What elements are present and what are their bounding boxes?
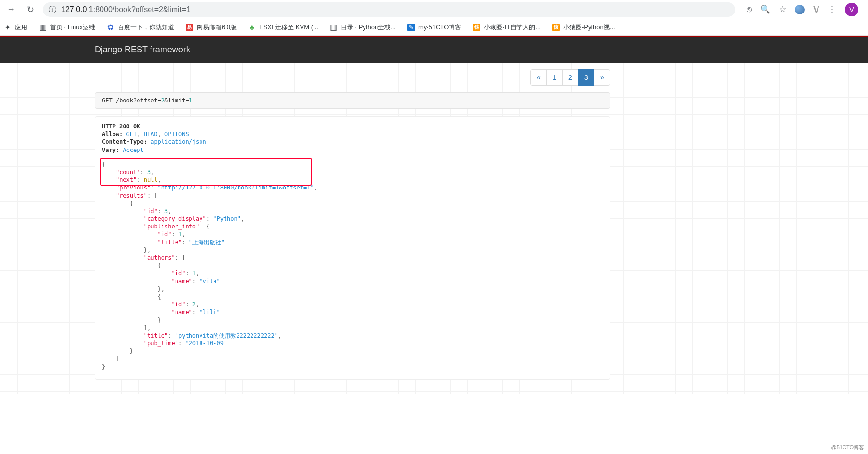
book-icon: ▥	[330, 24, 338, 31]
translate-icon[interactable]: ⎋	[747, 5, 752, 14]
k-book-title: "title"	[144, 332, 168, 339]
forward-arrow-icon[interactable]: →	[4, 2, 18, 16]
page-1[interactable]: 1	[546, 69, 563, 86]
v-category-display: "Python"	[213, 215, 241, 222]
pagination: « 1 2 3 »	[531, 69, 610, 86]
v-book-title: "pythonvita的使用教22222222222"	[175, 332, 278, 339]
request-method: GET	[102, 97, 113, 104]
drf-navbar: Django REST framework	[0, 37, 868, 63]
address-bar[interactable]: i 127.0.0.1:8000/book?offset=2&limit=1	[43, 2, 735, 17]
grid-background: « 1 2 3 » GET /book?offset=2&limit=1 HTT…	[0, 63, 868, 394]
navbar-brand[interactable]: Django REST framework	[95, 45, 190, 55]
ct-val: application/json	[151, 139, 206, 145]
v-pub-time: "2018-10-09"	[185, 340, 227, 347]
bookmark-label: my-51CTO博客	[418, 23, 461, 32]
xyq-icon: 猿	[473, 24, 480, 31]
bookmark-esxi[interactable]: ♣ ESXI 迁移至 KVM (...	[248, 23, 318, 32]
baidu-icon: ✿	[107, 24, 114, 31]
k-a2-id: "id"	[172, 301, 186, 308]
bookmark-apps[interactable]: ✦ 应用	[4, 23, 27, 32]
site-info-icon[interactable]: i	[49, 6, 56, 13]
browser-toolbar: → ↻ i 127.0.0.1:8000/book?offset=2&limit…	[0, 0, 868, 19]
profile-avatar[interactable]: V	[845, 3, 858, 16]
request-box: GET /book?offset=2&limit=1	[95, 92, 610, 109]
bookmark-163[interactable]: 易 网易邮箱6.0版	[186, 23, 237, 32]
request-limit: 1	[189, 97, 192, 104]
bookmark-xyq2[interactable]: 猿 小猿圈-Python视...	[552, 23, 615, 32]
allow-key: Allow:	[102, 131, 123, 138]
v-a1-id: 1	[192, 270, 196, 277]
k-publisher-info: "publisher_info"	[144, 223, 200, 230]
bookmark-label: 网易邮箱6.0版	[197, 23, 237, 32]
pagination-wrap: « 1 2 3 »	[95, 69, 610, 86]
k-pub-title: "title"	[158, 239, 182, 246]
bookmark-label: ESXI 迁移至 KVM (...	[259, 23, 318, 32]
zoom-icon[interactable]: 🔍	[760, 4, 770, 14]
ct-key: Content-Type:	[102, 139, 147, 145]
allow-options: OPTIONS	[164, 131, 189, 138]
page-next[interactable]: »	[594, 69, 610, 86]
content-type-line: Content-Type: application/json	[102, 138, 603, 146]
toolbar-right: ⎋ 🔍 ☆ V ⋮ V	[741, 3, 864, 16]
v-a2-name: "lili"	[199, 309, 220, 315]
response-area: HTTP 200 OK Allow: GET, HEAD, OPTIONS Co…	[95, 116, 610, 380]
page-2[interactable]: 2	[562, 69, 579, 86]
star-icon[interactable]: ☆	[779, 4, 786, 14]
xyq-icon: 猿	[552, 24, 560, 31]
drf-container: « 1 2 3 » GET /book?offset=2&limit=1 HTT…	[95, 63, 610, 380]
allow-head: HEAD	[144, 131, 158, 138]
bookmark-label: 目录 · Python全栈...	[341, 23, 396, 32]
bookmark-51cto[interactable]: ✎ my-51CTO博客	[407, 23, 461, 32]
v-a2-id: 2	[192, 301, 196, 308]
apps-folder-icon: ✦	[4, 24, 12, 31]
page-3-active[interactable]: 3	[578, 69, 594, 86]
k-id: "id"	[144, 208, 158, 214]
url-path: /book?offset=2&limit=1	[113, 5, 190, 13]
k-previous: "previous"	[116, 184, 151, 191]
extension-globe-icon[interactable]	[795, 5, 805, 14]
v-next: null	[144, 177, 158, 183]
bookmark-label: 百度一下，你就知道	[118, 23, 174, 32]
vary-line: Vary: Accept	[102, 146, 603, 154]
reload-icon[interactable]: ↻	[24, 2, 37, 17]
k-next: "next"	[116, 177, 137, 183]
bookmark-baidu[interactable]: ✿ 百度一下，你就知道	[107, 23, 174, 32]
bookmark-xyq1[interactable]: 猿 小猿圈-IT自学人的...	[473, 23, 541, 32]
bookmark-label: 首页 · Linux运维	[50, 23, 95, 32]
bookmark-linux[interactable]: ▥ 首页 · Linux运维	[39, 23, 95, 32]
k-pub-time: "pub_time"	[144, 340, 178, 347]
bookmark-python[interactable]: ▥ 目录 · Python全栈...	[330, 23, 396, 32]
page-prev[interactable]: «	[530, 69, 547, 86]
bookmark-label: 小猿圈-IT自学人的...	[484, 23, 541, 32]
vary-val: Accept	[123, 147, 143, 153]
request-path: /book?offset=	[113, 97, 161, 104]
allow-get: GET	[126, 131, 137, 138]
extension-v-icon[interactable]: V	[813, 4, 819, 15]
url-text: 127.0.0.1:8000/book?offset=2&limit=1	[61, 5, 190, 14]
bookmark-label: 小猿圈-Python视...	[563, 23, 615, 32]
bookmark-label: 应用	[15, 23, 27, 32]
json-body: { "count": 3, "next": null, "previous": …	[102, 161, 603, 371]
k-a1-name: "name"	[172, 278, 192, 285]
k-results: "results"	[116, 192, 147, 199]
request-offset: 2	[161, 97, 164, 104]
k-pub-id: "id"	[158, 231, 172, 238]
vary-key: Vary:	[102, 147, 119, 153]
cto-icon: ✎	[407, 24, 415, 31]
k-a2-name: "name"	[172, 309, 192, 315]
book-icon: ▥	[39, 24, 47, 31]
url-port: :8000	[93, 5, 113, 13]
k-count: "count"	[116, 169, 140, 176]
status-text: HTTP 200 OK	[102, 123, 140, 130]
k-category-display: "category_display"	[144, 215, 206, 222]
frog-icon: ♣	[248, 24, 256, 31]
netease-icon: 易	[186, 24, 193, 31]
menu-icon[interactable]: ⋮	[828, 4, 836, 14]
allow-line: Allow: GET, HEAD, OPTIONS	[102, 130, 603, 138]
request-amp: &limit=	[164, 97, 189, 104]
v-pub-title: "上海出版社"	[189, 239, 225, 246]
status-line: HTTP 200 OK	[102, 123, 603, 130]
k-authors: "authors"	[144, 254, 175, 261]
v-previous[interactable]: "http://127.0.0.1:8000/book?limit=1&offs…	[158, 184, 314, 191]
v-a1-name: "vita"	[199, 278, 220, 285]
